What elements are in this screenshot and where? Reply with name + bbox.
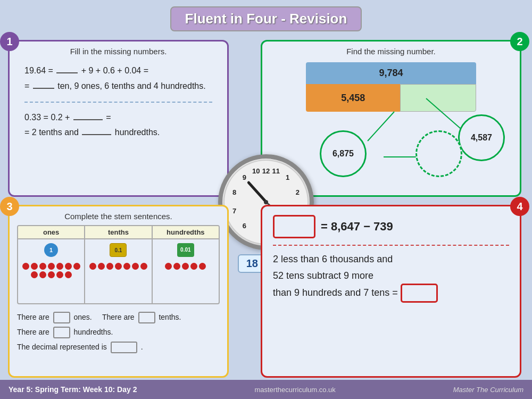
clock-center (264, 200, 268, 204)
equation-row: = 8,647 − 739 (273, 215, 509, 238)
section3-blanks: There are ones. There are tenths. There … (17, 310, 220, 354)
section4-divider (273, 245, 509, 246)
badge-ones: 1 (44, 243, 58, 257)
col-ones: ones 1 (18, 226, 85, 303)
section3-box: 3 Complete the stem sentences. ones 1 te… (8, 205, 229, 378)
section2-number: 2 (510, 32, 529, 51)
badge-hundredths: 0.01 (177, 243, 194, 257)
clock-num-8: 8 (232, 188, 236, 196)
section4-number: 4 (510, 197, 529, 216)
word-problem: 2 less than 6 thousands and 52 tens subt… (273, 251, 509, 303)
place-value-table: ones 1 tenths 0.1 hundredths (17, 225, 220, 304)
clock-num-11: 11 (272, 167, 279, 174)
bubble-missing (415, 130, 462, 177)
footer-right: Master The Curriculum (453, 386, 523, 394)
equation-answer-box[interactable] (273, 215, 315, 238)
clock-hour-hand (246, 181, 267, 203)
clock-num-10: 10 (252, 167, 260, 174)
word-problem-answer-box[interactable] (401, 284, 438, 303)
section1-content: 19.64 = + 9 + 0.6 + 0.04 = = ten, 9 ones… (19, 60, 218, 144)
bar-left-value: 5,458 (306, 84, 400, 112)
clock-num-9: 9 (243, 173, 246, 181)
section4-box: 4 = 8,647 − 739 2 less than 6 thousands … (261, 205, 521, 378)
tenths-dots (85, 261, 151, 303)
badge-tenths: 0.1 (110, 243, 127, 257)
section2-instruction: Find the missing number. (272, 47, 510, 56)
footer: Year 5: Spring Term: Week 10: Day 2 mast… (0, 380, 532, 399)
footer-center: masterthecurriculum.co.uk (254, 386, 335, 394)
clock-num-12: 12 (262, 167, 270, 174)
clock-num-2: 2 (296, 188, 300, 196)
col-tenths: tenths 0.1 (85, 226, 152, 303)
clock-num-7: 7 (232, 206, 236, 214)
bar-diagram: 9,784 5,458 (306, 62, 476, 112)
ones-answer-box[interactable] (53, 312, 70, 323)
bar-top-value: 9,784 (306, 62, 476, 84)
section3-number: 3 (0, 197, 19, 216)
clock-num-6: 6 (243, 221, 246, 229)
hundredths-answer-box[interactable] (53, 327, 70, 338)
section3-instruction: Complete the stem sentences. (17, 212, 220, 221)
clock-num-1: 1 (286, 173, 289, 181)
tenths-answer-box[interactable] (138, 312, 155, 323)
section1-number: 1 (0, 32, 19, 51)
svg-line-1 (368, 112, 394, 141)
decimal-answer-box[interactable] (111, 342, 137, 353)
section1-instruction: Fill in the missing numbers. (19, 47, 218, 56)
ones-dots (18, 261, 84, 303)
page-title: Fluent in Four - Revision (170, 6, 362, 31)
footer-left: Year 5: Spring Term: Week 10: Day 2 (9, 385, 137, 394)
bubble-6875: 6,875 (320, 130, 367, 177)
hundredths-dots (153, 261, 219, 303)
bar-right-blank (400, 84, 476, 112)
col-hundredths: hundredths 0.01 (153, 226, 219, 303)
section1-box: 1 Fill in the missing numbers. 19.64 = +… (8, 40, 229, 197)
bubble-4587: 4,587 (458, 114, 505, 161)
